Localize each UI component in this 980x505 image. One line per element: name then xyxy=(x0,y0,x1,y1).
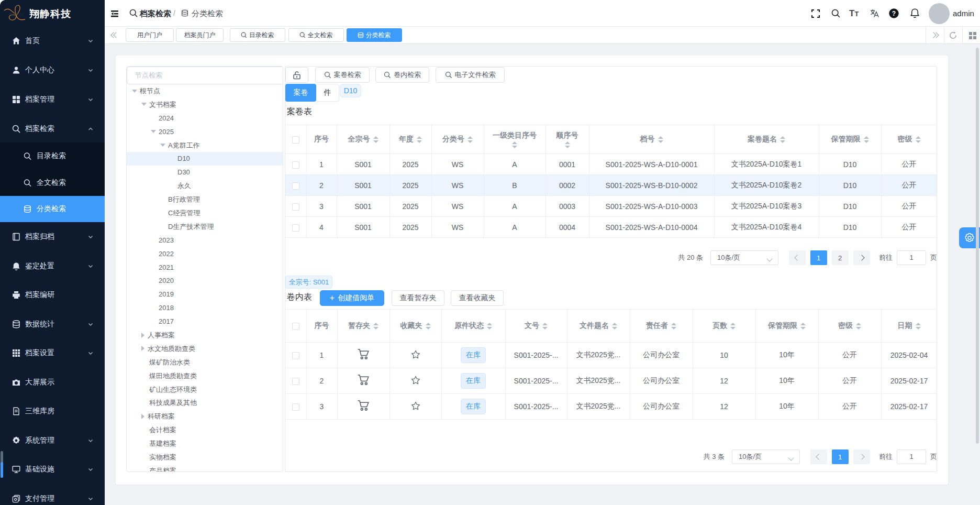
svg-text:?: ? xyxy=(892,10,896,17)
svg-text:翔静科技: 翔静科技 xyxy=(9,13,24,16)
